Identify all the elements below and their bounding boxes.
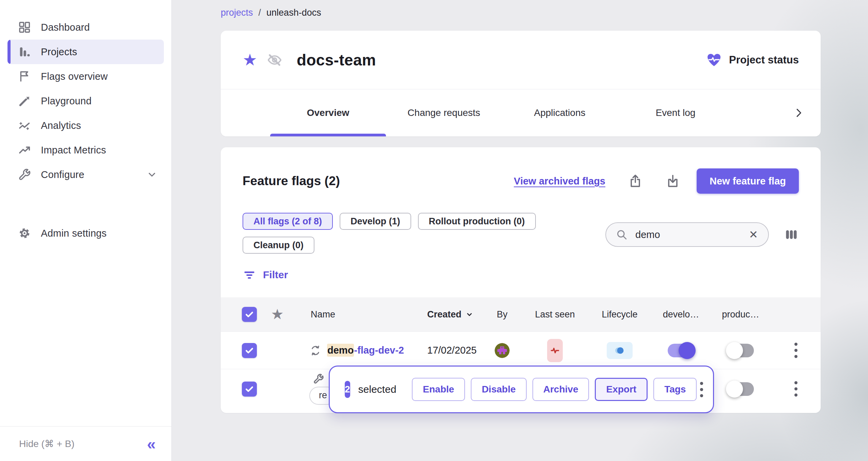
- collapse-sidebar-icon[interactable]: «: [147, 436, 156, 452]
- sidebar-item-admin-settings[interactable]: Admin settings: [7, 221, 164, 246]
- tab-overview[interactable]: Overview: [270, 89, 386, 136]
- selected-count-badge: 2: [345, 381, 350, 398]
- sidebar-item-impact-metrics[interactable]: Impact Metrics: [7, 138, 164, 162]
- flags-controls-row: All flags (2 of 8) Develop (1) Rollout p…: [221, 213, 821, 254]
- tab-applications[interactable]: Applications: [502, 89, 618, 136]
- develop-toggle[interactable]: [668, 344, 694, 357]
- search-box[interactable]: ✕: [605, 222, 769, 247]
- column-header-production[interactable]: produc…: [710, 309, 771, 320]
- flag-name-cell: demo-flag-dev-2: [301, 344, 414, 357]
- selected-label: selected: [358, 384, 397, 395]
- activity-pulse-icon: [549, 345, 561, 356]
- favorite-column-icon[interactable]: ★: [271, 307, 284, 322]
- chip-develop[interactable]: Develop (1): [340, 213, 411, 230]
- lifecycle-badge[interactable]: [607, 342, 633, 359]
- filter-row: Filter: [221, 268, 821, 282]
- chip-all-flags[interactable]: All flags (2 of 8): [243, 213, 333, 230]
- filter-label: Filter: [263, 269, 288, 281]
- gear-icon: [17, 226, 32, 241]
- sidebar-item-label: Configure: [41, 169, 84, 180]
- production-toggle[interactable]: [727, 382, 754, 396]
- tab-event-log[interactable]: Event log: [618, 89, 733, 136]
- breadcrumb: projects / unleash-docs: [221, 0, 821, 18]
- sidebar-item-configure[interactable]: Configure: [7, 162, 164, 187]
- selection-toolbar: 2 selected Enable Disable Archive Export…: [329, 366, 714, 413]
- view-archived-flags-link[interactable]: View archived flags: [514, 176, 605, 187]
- search-icon: [616, 228, 628, 241]
- heart-pulse-icon: [706, 52, 722, 68]
- sort-chevron-icon: [465, 310, 474, 319]
- chevron-down-icon: [146, 169, 158, 180]
- sidebar-item-flags-overview[interactable]: Flags overview: [7, 64, 164, 89]
- sidebar-item-label: Impact Metrics: [41, 145, 106, 156]
- clear-search-icon[interactable]: ✕: [747, 228, 759, 241]
- project-status-button[interactable]: Project status: [706, 52, 799, 68]
- new-feature-flag-button[interactable]: New feature flag: [697, 168, 799, 194]
- filter-icon: [243, 268, 256, 282]
- selection-actions: Enable Disable Archive Export Tags: [412, 378, 697, 401]
- wrench-icon: [17, 167, 32, 182]
- kebab-menu-icon[interactable]: [697, 378, 707, 401]
- archive-button[interactable]: Archive: [532, 378, 589, 401]
- sidebar-item-label: Flags overview: [41, 71, 108, 82]
- column-header-develop[interactable]: develo…: [652, 309, 710, 320]
- created-date: 17/02/2025: [414, 345, 482, 356]
- tab-change-requests[interactable]: Change requests: [386, 89, 502, 136]
- enable-button[interactable]: Enable: [412, 378, 465, 401]
- filter-button[interactable]: Filter: [243, 268, 288, 282]
- kebab-menu-icon[interactable]: [791, 378, 801, 400]
- breadcrumb-projects-link[interactable]: projects: [221, 8, 253, 18]
- column-header-last-seen[interactable]: Last seen: [523, 309, 587, 320]
- wand-icon: [17, 93, 32, 108]
- table-row: demo-flag-dev-2 17/02/2025: [221, 331, 821, 369]
- chip-cleanup[interactable]: Cleanup (0): [243, 237, 314, 254]
- column-header-by[interactable]: By: [482, 309, 523, 320]
- production-toggle[interactable]: [727, 344, 754, 357]
- lifecycle-chips: All flags (2 of 8) Develop (1) Rollout p…: [243, 213, 556, 254]
- project-tabs: Overview Change requests Applications Ev…: [221, 89, 821, 136]
- row-checkbox[interactable]: [242, 382, 257, 397]
- projects-icon: [17, 44, 32, 59]
- flags-title: Feature flags (2): [243, 174, 340, 188]
- main-area: projects / unleash-docs ★ docs-team: [172, 0, 868, 461]
- project-status-label: Project status: [729, 54, 799, 66]
- sidebar-nav: Dashboard Projects Flags overview P: [0, 0, 171, 246]
- wrench-icon: [313, 373, 324, 385]
- sidebar-footer: Hide (⌘ + B) «: [0, 426, 171, 461]
- flag-icon: [17, 69, 32, 84]
- feature-flags-card: Feature flags (2) View archived flags Ne…: [221, 147, 821, 413]
- column-header-created[interactable]: Created: [414, 309, 482, 320]
- sidebar-item-analytics[interactable]: Analytics: [7, 113, 164, 138]
- project-header-card: ★ docs-team Project status Overview Chan…: [221, 31, 821, 136]
- hide-sidebar-label: Hide (⌘ + B): [19, 438, 75, 449]
- column-header-lifecycle[interactable]: Lifecycle: [587, 309, 652, 320]
- search-input[interactable]: [635, 229, 747, 240]
- columns-icon[interactable]: [784, 227, 799, 242]
- column-header-name[interactable]: Name: [301, 309, 414, 320]
- sidebar-item-label: Playground: [41, 95, 92, 107]
- sidebar-item-label: Analytics: [41, 120, 81, 131]
- sidebar-item-dashboard[interactable]: Dashboard: [7, 15, 164, 40]
- tags-button[interactable]: Tags: [653, 378, 697, 401]
- flags-header-row: Feature flags (2) View archived flags Ne…: [221, 147, 821, 194]
- last-seen-badge[interactable]: [547, 339, 563, 362]
- dashboard-icon: [17, 20, 32, 35]
- disable-button[interactable]: Disable: [471, 378, 527, 401]
- flag-name-link[interactable]: demo-flag-dev-2: [327, 345, 404, 356]
- table-header-row: ★ Name Created By Last seen Lifecycle de…: [221, 297, 821, 331]
- export-button[interactable]: Export: [595, 378, 648, 401]
- analytics-icon: [17, 118, 32, 133]
- import-icon[interactable]: [665, 174, 680, 189]
- breadcrumb-current: unleash-docs: [266, 8, 321, 18]
- chevron-right-icon[interactable]: [792, 106, 805, 119]
- star-icon[interactable]: ★: [243, 52, 257, 68]
- user-avatar: [495, 343, 510, 358]
- page-title: docs-team: [297, 51, 376, 69]
- chip-rollout-production[interactable]: Rollout production (0): [418, 213, 536, 230]
- export-icon[interactable]: [628, 174, 643, 189]
- row-checkbox[interactable]: [242, 343, 257, 358]
- sidebar-item-playground[interactable]: Playground: [7, 89, 164, 113]
- kebab-menu-icon[interactable]: [791, 339, 801, 361]
- trend-up-icon: [17, 143, 32, 158]
- sidebar-item-projects[interactable]: Projects: [7, 40, 164, 64]
